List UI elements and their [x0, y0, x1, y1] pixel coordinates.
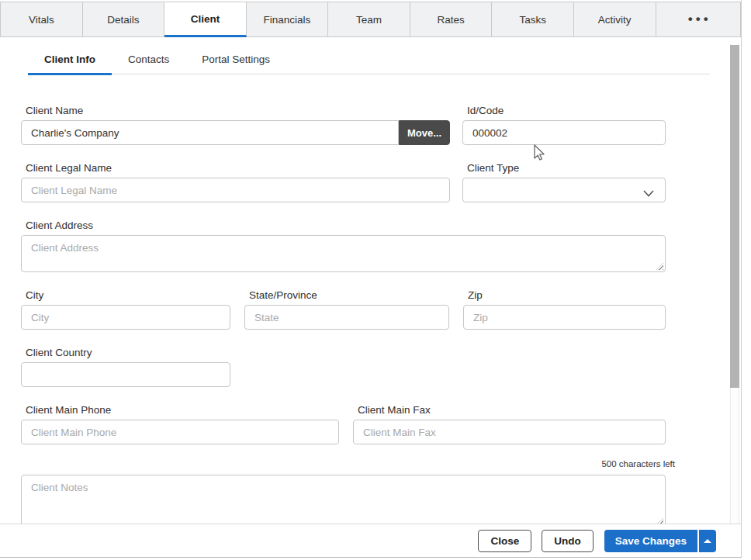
main-tabbar: Vitals Details Client Financials Team Ra…: [0, 2, 741, 37]
tab-activity[interactable]: Activity: [574, 2, 656, 37]
id-code-input[interactable]: [462, 120, 666, 145]
client-legal-name-label: Client Legal Name: [21, 162, 450, 174]
tab-details[interactable]: Details: [83, 2, 165, 37]
client-main-phone-input[interactable]: [21, 420, 339, 444]
state-province-label: State/Province: [244, 289, 449, 301]
client-main-fax-label: Client Main Fax: [353, 404, 666, 416]
close-button[interactable]: Close: [478, 530, 531, 552]
chevron-down-icon: [643, 188, 654, 199]
client-name-input[interactable]: [21, 120, 399, 145]
undo-button[interactable]: Undo: [542, 530, 594, 552]
client-window: Vitals Details Client Financials Team Ra…: [0, 0, 742, 558]
city-label: City: [21, 289, 230, 301]
tab-financials[interactable]: Financials: [247, 2, 329, 37]
tab-vitals[interactable]: Vitals: [0, 2, 83, 37]
save-split-button: Save Changes: [604, 530, 716, 552]
subtab-portal-settings[interactable]: Portal Settings: [185, 47, 286, 75]
client-address-label: Client Address: [21, 220, 666, 231]
action-bar: Close Undo Save Changes: [0, 524, 741, 557]
client-country-input[interactable]: [21, 362, 230, 387]
client-type-label: Client Type: [462, 162, 666, 174]
save-options-dropdown-button[interactable]: [699, 530, 716, 552]
client-country-label: Client Country: [21, 347, 230, 358]
tab-rates[interactable]: Rates: [410, 2, 493, 37]
client-legal-name-input[interactable]: [21, 178, 450, 202]
tab-client[interactable]: Client: [164, 2, 247, 37]
caret-up-icon: [704, 539, 711, 543]
subtab-client-info[interactable]: Client Info: [28, 47, 112, 75]
client-main-phone-label: Client Main Phone: [21, 404, 339, 416]
id-code-label: Id/Code: [462, 105, 666, 116]
notes-characters-left: 500 characters left: [21, 459, 675, 468]
client-info-form: Client Name Move... Id/Code Client Legal…: [0, 105, 666, 527]
more-tabs-button[interactable]: •••: [656, 2, 742, 37]
client-subtabs: Client Info Contacts Portal Settings: [28, 47, 710, 74]
move-button[interactable]: Move...: [399, 120, 450, 145]
client-main-fax-input[interactable]: [353, 420, 666, 444]
subtab-contacts[interactable]: Contacts: [112, 47, 185, 75]
tab-team[interactable]: Team: [328, 2, 410, 37]
client-address-textarea[interactable]: [21, 235, 666, 272]
vertical-scrollbar[interactable]: [730, 44, 739, 524]
ellipsis-icon: •••: [688, 12, 711, 27]
zip-label: Zip: [463, 289, 666, 301]
zip-input[interactable]: [463, 305, 666, 330]
scrollbar-thumb[interactable]: [730, 45, 739, 388]
client-type-select[interactable]: [462, 178, 666, 202]
tab-tasks[interactable]: Tasks: [492, 2, 574, 37]
client-name-label: Client Name: [21, 105, 450, 116]
state-input[interactable]: [244, 305, 449, 330]
save-changes-button[interactable]: Save Changes: [604, 530, 697, 552]
client-notes-textarea[interactable]: [21, 475, 666, 527]
city-input[interactable]: [21, 305, 230, 330]
